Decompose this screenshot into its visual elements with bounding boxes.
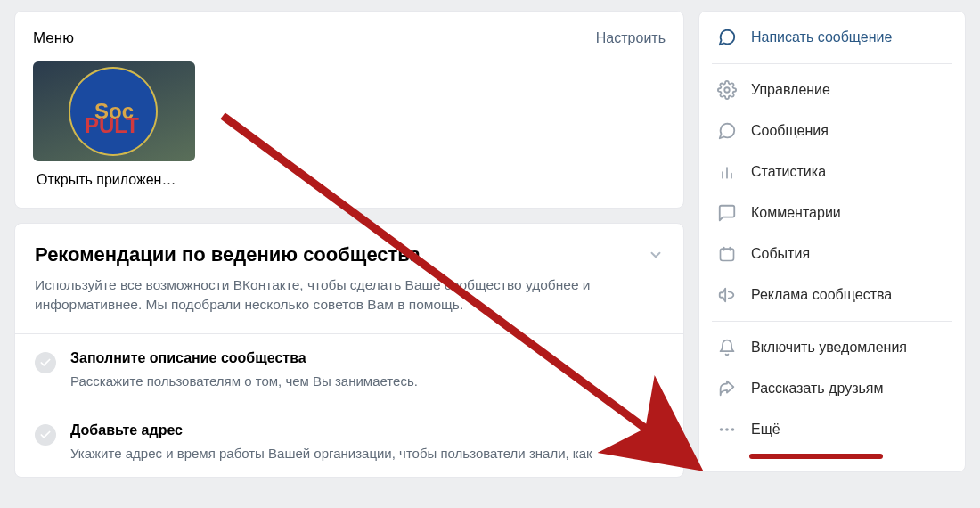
app-tile[interactable]: Soc PULT Открыть приложен… [33,61,195,188]
svg-point-0 [724,87,730,93]
recommendations-header[interactable]: Рекомендации по ведению сообщества Испол… [15,224,683,333]
bell-icon [717,338,737,357]
svg-point-7 [720,428,723,431]
sidebar-item-label: Включить уведомления [751,340,907,356]
message-outline-icon [717,28,737,47]
sidebar-item-label: Управление [751,82,830,98]
sidebar-item-ads[interactable]: Реклама сообщества [699,274,965,315]
sidebar-item-label: События [751,246,810,262]
sidebar-item-label: Реклама сообщества [751,287,892,303]
annotation-underline [749,454,883,459]
sidebar-item-messages[interactable]: Сообщения [699,111,965,152]
app-thumbnail: Soc PULT [33,61,195,161]
recommendations-subtitle: Используйте все возможности ВКонтакте, ч… [35,275,605,315]
sidebar-item-share[interactable]: Рассказать друзьям [699,368,965,409]
sidebar-item-comments[interactable]: Комментарии [699,193,965,234]
calendar-icon [717,244,737,264]
sidebar-item-more[interactable]: Ещё [699,409,965,450]
recommendation-item-sub: Укажите адрес и время работы Вашей орган… [70,444,592,463]
sidebar-item-notifications[interactable]: Включить уведомления [699,327,965,368]
message-icon [717,121,737,141]
chevron-down-icon [648,247,664,266]
share-icon [717,379,737,398]
sidebar-item-manage[interactable]: Управление [699,70,965,111]
app-open-label: Открыть приложен… [33,172,195,188]
recommendation-item[interactable]: Добавьте адрес Укажите адрес и время раб… [15,406,683,478]
recommendations-card: Рекомендации по ведению сообщества Испол… [14,223,684,478]
sidebar-item-label: Сообщения [751,123,829,139]
recommendation-item-title: Добавьте адрес [70,422,592,438]
recommendation-item-sub: Расскажите пользователям о том, чем Вы з… [70,372,418,391]
app-thumb-text-bottom: PULT [85,113,139,138]
megaphone-icon [717,285,737,305]
divider [712,63,952,64]
divider [712,321,952,322]
sidebar-write-message[interactable]: Написать сообщение [699,17,965,58]
svg-point-9 [731,428,735,431]
comment-icon [717,203,737,223]
menu-title: Меню [33,29,74,47]
sidebar-item-label: Написать сообщение [751,29,892,45]
svg-rect-4 [721,249,734,260]
sidebar-item-events[interactable]: События [699,234,965,274]
sidebar-card: Написать сообщение Управление Сообщения [698,11,966,472]
check-icon [35,352,56,373]
sidebar-item-label: Рассказать друзьям [751,381,884,397]
more-icon [717,420,737,439]
check-icon [35,424,56,446]
sidebar-item-label: Статистика [751,164,826,180]
recommendations-title: Рекомендации по ведению сообщества [35,243,664,266]
sidebar-item-stats[interactable]: Статистика [699,152,965,193]
svg-point-8 [725,428,729,431]
recommendation-item-title: Заполните описание сообщества [70,350,418,366]
gear-icon [717,80,737,100]
sidebar-item-label: Комментарии [751,205,841,221]
stats-icon [717,162,737,182]
menu-card: Меню Настроить Soc PULT Открыть приложен… [14,11,684,209]
recommendation-item[interactable]: Заполните описание сообщества Расскажите… [15,333,683,406]
menu-configure-link[interactable]: Настроить [596,30,666,46]
sidebar-item-label: Ещё [751,422,780,438]
